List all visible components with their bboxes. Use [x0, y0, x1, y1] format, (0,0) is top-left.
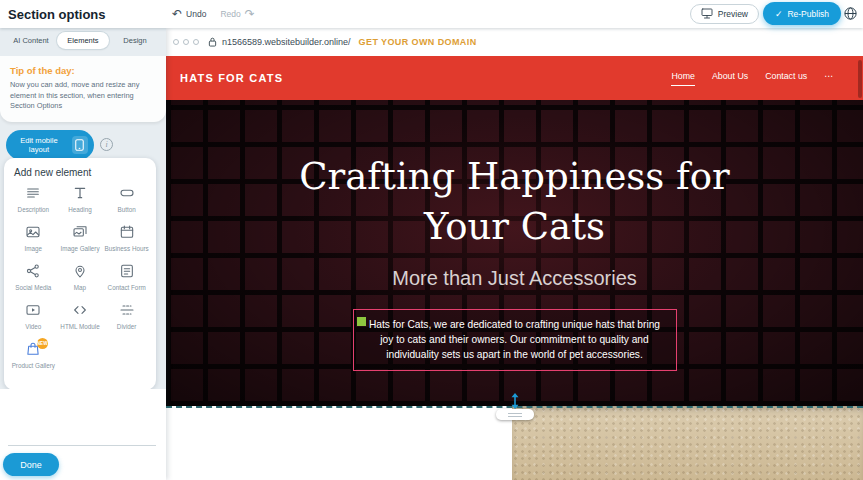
hero-body-text: Hats for Cats, we are dedicated to craft… [369, 319, 660, 361]
element-label: Divider [103, 323, 150, 331]
nav-more-icon[interactable]: ⋯ [824, 71, 833, 86]
page-title: Section options [8, 7, 106, 22]
tip-title: Tip of the day: [10, 65, 156, 76]
add-element-button[interactable]: Button [103, 185, 150, 223]
sidebar-tabs: AI Content Elements Design [5, 32, 161, 49]
republish-label: Re-Publish [787, 9, 829, 19]
element-label: Social Media [10, 284, 57, 292]
tab-ai-content[interactable]: AI Content [5, 32, 57, 49]
check-icon: ✓ [775, 9, 783, 19]
app-window: Section options ↶ Undo Redo ↷ Preview ✓ … [0, 0, 863, 480]
add-element-image[interactable]: Image [10, 224, 57, 262]
undo-redo-group: ↶ Undo Redo ↷ [172, 0, 255, 28]
undo-button[interactable]: Undo [186, 9, 206, 19]
description-icon [25, 187, 41, 204]
edit-mobile-layout-button[interactable]: Edit mobile layout [6, 130, 94, 160]
tab-design[interactable]: Design [109, 32, 161, 49]
info-icon[interactable]: i [100, 138, 113, 151]
site-logo[interactable]: HATS FOR CATS [180, 72, 283, 84]
add-element-title: Add new element [14, 167, 150, 178]
element-label: Button [103, 206, 150, 214]
globe-icon[interactable] [843, 6, 859, 22]
add-element-contact-form[interactable]: Contact Form [103, 263, 150, 301]
lock-icon [208, 37, 217, 47]
hero-subtitle[interactable]: More than Just Accessories [392, 267, 637, 290]
preview-label: Preview [718, 9, 748, 19]
hero-text-block[interactable]: Hats for Cats, we are dedicated to craft… [353, 309, 677, 371]
next-section-empty-half[interactable] [166, 406, 512, 480]
add-element-image-gallery[interactable]: Image Gallery [57, 224, 104, 262]
element-label: Map [57, 284, 104, 292]
button-icon [119, 187, 135, 204]
browser-bar: n1566589.websitebuilder.online/ GET YOUR… [166, 28, 863, 56]
get-domain-link[interactable]: GET YOUR OWN DOMAIN [359, 37, 477, 47]
add-element-business-hours[interactable]: Business Hours [103, 224, 150, 262]
social-media-icon [25, 265, 41, 282]
add-element-description[interactable]: Description [10, 185, 57, 223]
element-label: Business Hours [103, 245, 150, 253]
phone-icon [72, 136, 88, 154]
sidebar: AI Content Elements Design Tip of the da… [0, 28, 166, 480]
add-element-map[interactable]: Map [57, 263, 104, 301]
element-label: Video [10, 323, 57, 331]
element-label: Product Gallery [10, 362, 57, 370]
nav-item-contact-us[interactable]: Contact us [765, 71, 807, 86]
resize-grip[interactable] [496, 409, 534, 420]
site-nav: Home About Us Contact us ⋯ [671, 71, 833, 86]
preview-scrollbar[interactable] [858, 60, 862, 98]
redo-icon[interactable]: ↷ [245, 8, 255, 20]
html-module-icon [72, 304, 88, 321]
hero-title[interactable]: Crafting Happiness for Your Cats [275, 152, 755, 252]
tip-body: Now you can add, move and resize any ele… [10, 80, 156, 112]
nav-item-home[interactable]: Home [671, 71, 694, 86]
image-icon [25, 226, 41, 243]
monitor-icon [701, 8, 713, 21]
add-element-video[interactable]: Video [10, 302, 57, 340]
site-url: n1566589.websitebuilder.online/ [222, 37, 351, 47]
element-label: Contact Form [103, 284, 150, 292]
map-icon [72, 265, 88, 282]
add-element-product-gallery[interactable]: NEW Product Gallery [10, 341, 57, 379]
element-grid: Description Heading Button Image Image G [10, 185, 150, 379]
element-label: HTML Module [57, 323, 104, 331]
business-hours-icon [119, 226, 135, 243]
website-canvas: HATS FOR CATS Home About Us Contact us ⋯… [166, 56, 863, 480]
element-label: Description [10, 206, 57, 214]
site-header[interactable]: HATS FOR CATS Home About Us Contact us ⋯ [166, 56, 863, 100]
add-element-heading[interactable]: Heading [57, 185, 104, 223]
redo-button[interactable]: Redo [220, 9, 240, 19]
redo-group[interactable]: Redo ↷ [220, 8, 254, 20]
sidebar-footer: Done [0, 389, 166, 480]
element-label: Image [10, 245, 57, 253]
preview-area: n1566589.websitebuilder.online/ GET YOUR… [166, 28, 863, 480]
section-resize-handle[interactable] [496, 393, 534, 420]
nav-item-about-us[interactable]: About Us [712, 71, 748, 86]
resize-arrows-icon [509, 393, 521, 409]
video-icon [25, 304, 41, 321]
contact-form-icon [119, 265, 135, 282]
element-label: Image Gallery [57, 245, 104, 253]
next-section-image[interactable] [512, 406, 863, 480]
edit-mobile-label: Edit mobile layout [12, 136, 66, 154]
image-gallery-icon [72, 226, 88, 243]
add-element-html-module[interactable]: HTML Module [57, 302, 104, 340]
window-dots-icon [173, 39, 199, 45]
divider-icon [119, 304, 135, 321]
tab-elements[interactable]: Elements [57, 32, 109, 49]
hero-section[interactable]: Crafting Happiness for Your Cats More th… [166, 100, 863, 406]
footer-divider [8, 445, 156, 446]
topbar: Section options ↶ Undo Redo ↷ Preview ✓ … [0, 0, 863, 28]
add-element-social-media[interactable]: Social Media [10, 263, 57, 301]
add-new-element-panel: Add new element Description Heading Butt… [4, 158, 156, 390]
preview-button[interactable]: Preview [690, 4, 759, 24]
undo-icon[interactable]: ↶ [172, 8, 182, 20]
add-element-divider[interactable]: Divider [103, 302, 150, 340]
heading-icon [72, 187, 88, 204]
element-drag-handle[interactable] [357, 317, 366, 326]
tip-of-the-day-card: Tip of the day: Now you can add, move an… [0, 56, 166, 122]
republish-button[interactable]: ✓ Re-Publish [763, 2, 841, 25]
element-label: Heading [57, 206, 104, 214]
new-badge: NEW [37, 338, 48, 349]
done-button[interactable]: Done [3, 453, 59, 476]
